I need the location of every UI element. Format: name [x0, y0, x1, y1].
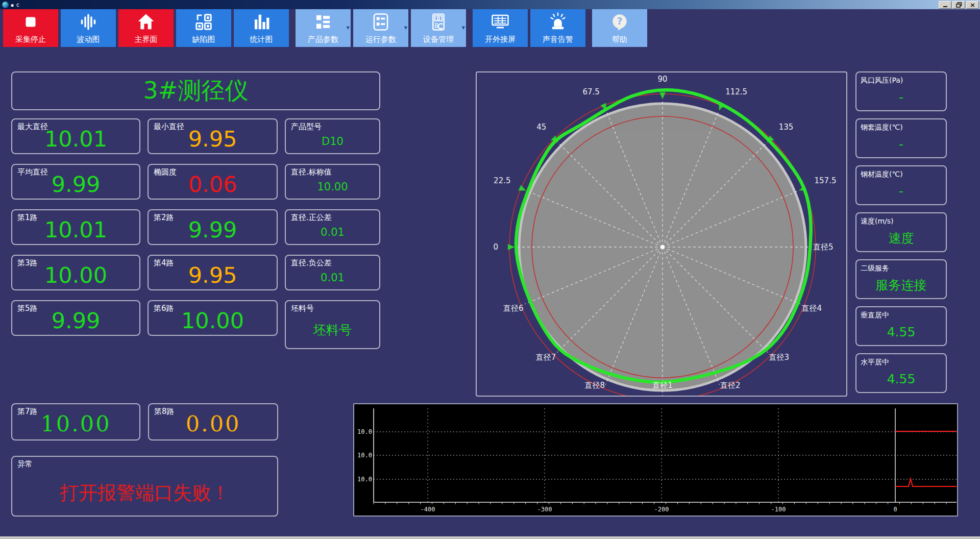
card-value: 0.06 — [149, 174, 277, 195]
alarm-message: 打开报警端口失败！ — [12, 480, 277, 506]
card-path7: 第7路10.00 — [11, 403, 140, 440]
card-path4: 第4路9.95 — [148, 255, 278, 290]
card-billet-no: 坯料号坯料号 — [285, 300, 380, 349]
card-path8: 第8路0.00 — [148, 403, 278, 440]
window-titlebar: c × — [0, 0, 980, 9]
help-icon: ? — [610, 12, 629, 34]
spoke-label: 直径2 — [720, 381, 741, 390]
roundness-polar-panel: 022.54567.590112.5135157.5直径5直径4直径3直径2直径… — [476, 71, 847, 397]
run-params-icon — [371, 12, 390, 34]
panel-value: 速度 — [856, 232, 946, 244]
card-ovality: 椭圆度0.06 — [148, 164, 278, 200]
product-params-icon — [313, 12, 333, 34]
panel-label: 垂直居中 — [861, 311, 889, 319]
alarm-icon — [548, 12, 568, 34]
panel-speed: 速度(m/s)速度 — [855, 212, 947, 252]
stop-icon — [21, 12, 40, 34]
toolbar-button-stop-collect[interactable]: 采集停止 — [3, 9, 58, 47]
toolbar-button-label: 开外接屏 — [485, 35, 516, 44]
close-icon: × — [970, 2, 975, 8]
card-value: 10.00 — [286, 182, 379, 192]
card-value: 9.95 — [149, 264, 277, 286]
svg-text:?: ? — [617, 15, 622, 27]
toolbar-button-stats-chart[interactable]: 统计图 — [234, 9, 289, 47]
card-path2: 第2路9.99 — [148, 209, 278, 245]
device-icon — [429, 12, 448, 34]
card-value: 坯料号 — [286, 324, 379, 336]
card-value: 9.95 — [149, 128, 277, 150]
diameter-trend-panel: 10.010.010.0-400-300-200-1000 — [353, 403, 958, 517]
card-product-model: 产品型号D10 — [285, 118, 380, 154]
waveform-icon — [79, 12, 98, 34]
spoke-label: 112.5 — [725, 87, 747, 96]
card-value: 10.00 — [149, 310, 277, 332]
spoke-label: 45 — [536, 122, 546, 132]
card-avg-diameter: 平均直径9.99 — [11, 164, 140, 200]
barchart-icon — [252, 12, 271, 34]
svg-text:0: 0 — [893, 506, 897, 513]
card-path1: 第1路10.01 — [11, 209, 140, 245]
panel-label: 钢套温度(℃) — [861, 123, 903, 131]
card-value: 10.01 — [12, 128, 139, 150]
svg-text:-100: -100 — [771, 506, 786, 513]
svg-text:10.0: 10.0 — [357, 476, 372, 483]
card-label: 直径.正公差 — [291, 213, 332, 222]
panel-value: - — [856, 91, 946, 104]
toolbar-button-sound-alarm[interactable]: 声音告警 — [530, 9, 585, 47]
card-plus-tolerance: 直径.正公差0.01 — [285, 209, 380, 245]
page-title: 3#测径仪 — [143, 75, 249, 107]
card-label: 坯料号 — [291, 304, 314, 313]
window-title: c — [11, 2, 20, 8]
toolbar-button-device-manage[interactable]: 设备管理▼ — [411, 9, 466, 47]
panel-horizontal-center: 水平居中4.55 — [855, 353, 947, 393]
card-minus-tolerance: 直径.负公差0.01 — [285, 255, 380, 290]
panel-label: 二级服务 — [861, 264, 889, 272]
svg-text:-200: -200 — [654, 506, 669, 513]
spoke-label: 90 — [657, 75, 667, 84]
minimize-icon — [943, 6, 947, 7]
panel-value: 4.55 — [856, 373, 946, 385]
toolbar-button-run-params[interactable]: 运行参数▼ — [353, 9, 408, 47]
station-title-box: 3#测径仪 — [11, 71, 380, 110]
spoke-label: 157.5 — [815, 176, 837, 185]
spoke-label: 67.5 — [582, 87, 599, 96]
card-path6: 第6路10.00 — [148, 300, 278, 336]
toolbar-button-label: 主界面 — [135, 35, 158, 44]
roundness-polar-chart: 022.54567.590112.5135157.5直径5直径4直径3直径2直径… — [477, 72, 847, 397]
spoke-label: 135 — [779, 122, 794, 132]
toolbar-button-label: 设备管理 — [423, 35, 454, 44]
svg-text:10.0: 10.0 — [357, 452, 372, 459]
spoke-label: 22.5 — [494, 176, 510, 185]
toolbar-button-label: 波动图 — [77, 35, 100, 44]
toolbar-button-label: 运行参数 — [365, 35, 396, 44]
minimize-button[interactable] — [939, 1, 951, 9]
toolbar-button-label: 声音告警 — [543, 35, 573, 44]
toolbar-button-product-params[interactable]: 产品参数▼ — [296, 9, 351, 47]
spoke-label: 0 — [493, 242, 498, 252]
svg-text:10.0: 10.0 — [357, 428, 372, 435]
status-column: 风口风压(Pa)-钢套温度(℃)-钢材温度(℃)-速度(m/s)速度二级服务服务… — [855, 71, 947, 400]
home-icon — [136, 12, 156, 34]
card-value: 10.00 — [12, 413, 139, 435]
svg-text:-300: -300 — [537, 506, 552, 513]
toolbar-button-label: 采集停止 — [15, 35, 46, 44]
chevron-down-icon: ▼ — [404, 26, 407, 30]
panel-label: 速度(m/s) — [861, 217, 894, 225]
restore-button[interactable] — [952, 1, 965, 9]
toolbar-button-help[interactable]: ?帮助 — [592, 9, 647, 47]
toolbar-button-external-screen[interactable]: 开外接屏 — [473, 9, 528, 47]
toolbar-button-main-screen[interactable]: 主界面 — [118, 9, 174, 47]
card-value: 0.00 — [149, 413, 277, 435]
toolbar-button-label: 统计图 — [250, 35, 273, 44]
spoke-label: 直径6 — [503, 304, 524, 313]
panel-label: 水平居中 — [861, 358, 889, 366]
panel-l2-service: 二级服务服务连接 — [855, 259, 947, 299]
card-min-diameter: 最小直径9.95 — [148, 118, 278, 154]
card-value: 9.99 — [149, 219, 277, 241]
toolbar-button-wave-chart[interactable]: 波动图 — [61, 9, 116, 47]
close-button[interactable]: × — [966, 1, 979, 9]
panel-label: 风口风压(Pa) — [861, 76, 903, 84]
toolbar-button-defect-chart[interactable]: 缺陷图 — [176, 9, 231, 47]
spoke-label: 直径8 — [585, 381, 605, 390]
card-value: D10 — [286, 136, 379, 147]
